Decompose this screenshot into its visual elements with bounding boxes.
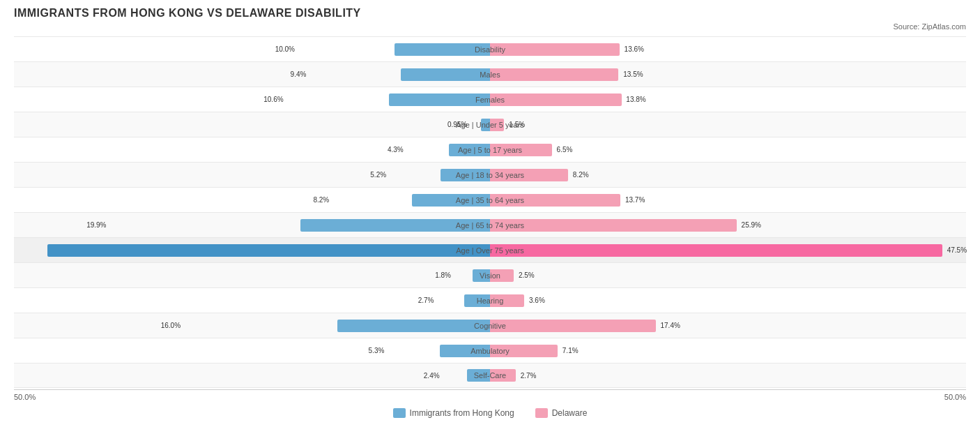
value-right: 13.7% <box>625 196 645 204</box>
chart-container: IMMIGRANTS FROM HONG KONG VS DELAWARE DI… <box>14 7 966 418</box>
value-left: 19.9% <box>86 221 106 229</box>
value-right: 13.8% <box>626 96 645 103</box>
chart-title: IMMIGRANTS FROM HONG KONG VS DELAWARE DI… <box>14 7 966 20</box>
legend: Immigrants from Hong Kong Delaware <box>14 408 966 418</box>
value-left: 2.4% <box>424 372 440 380</box>
legend-item-right: Delaware <box>535 408 588 418</box>
legend-swatch-left <box>393 408 406 418</box>
bar-right <box>490 169 568 181</box>
bar-left <box>401 68 490 81</box>
bar-right <box>490 119 504 131</box>
bar-left <box>47 244 490 257</box>
legend-item-left: Immigrants from Hong Kong <box>393 408 514 418</box>
bar-right <box>490 244 942 257</box>
table-row: 1.8%2.5%Vision <box>14 262 966 287</box>
bar-left <box>389 93 490 106</box>
source-label: Source: ZipAtlas.com <box>14 22 966 31</box>
table-row: 8.2%13.7%Age | 35 to 64 years <box>14 187 966 212</box>
value-right: 3.6% <box>529 297 545 304</box>
bar-left <box>449 144 490 156</box>
bar-left <box>337 320 490 332</box>
bar-right <box>490 194 620 207</box>
value-left: 1.8% <box>435 271 451 279</box>
table-row: 5.3%7.1%Ambulatory <box>14 338 966 363</box>
table-row: 2.7%3.6%Hearing <box>14 287 966 313</box>
value-left: 0.95% <box>447 121 467 128</box>
table-row: 16.0%17.4%Cognitive <box>14 313 966 338</box>
value-left: 8.2% <box>313 196 329 204</box>
legend-label-right: Delaware <box>552 408 588 418</box>
value-right: 17.4% <box>661 322 680 329</box>
bar-right <box>490 345 558 357</box>
bar-left <box>464 294 490 307</box>
bar-left <box>440 345 490 357</box>
bar-right <box>490 219 737 232</box>
value-right: 2.7% <box>521 372 537 380</box>
bar-right <box>490 68 618 81</box>
axis-right: 50.0% <box>944 393 966 401</box>
value-left: 10.6% <box>263 96 283 103</box>
table-row: 10.6%13.8%Females <box>14 87 966 112</box>
bar-left <box>481 119 490 131</box>
table-row: 19.9%25.9%Age | 65 to 74 years <box>14 212 966 237</box>
value-right: 47.5% <box>947 246 967 254</box>
bar-left <box>412 194 490 207</box>
value-left: 4.3% <box>388 146 404 153</box>
bar-left <box>395 43 490 56</box>
value-left: 2.7% <box>418 297 434 304</box>
bar-left <box>300 219 490 232</box>
table-row: 9.4%13.5%Males <box>14 61 966 87</box>
bar-right <box>490 369 516 382</box>
value-right: 2.5% <box>519 271 535 279</box>
bar-left <box>441 169 490 181</box>
table-row: 46.5%47.5%Age | Over 75 years <box>14 237 966 262</box>
value-left: 5.2% <box>370 171 386 179</box>
value-left: 9.4% <box>291 70 307 78</box>
legend-label-left: Immigrants from Hong Kong <box>410 408 514 418</box>
value-right: 7.1% <box>562 347 579 354</box>
value-left: 10.0% <box>275 45 295 53</box>
value-left: 16.0% <box>161 322 181 329</box>
bar-left <box>473 269 490 282</box>
value-left: 5.3% <box>369 347 385 354</box>
table-row: 0.95%1.5%Age | Under 5 years <box>14 112 966 137</box>
bar-right <box>490 294 524 307</box>
axis-row: 50.0% 50.0% <box>14 389 966 404</box>
table-row: 4.3%6.5%Age | 5 to 17 years <box>14 137 966 162</box>
chart-area: 10.0%13.6%Disability9.4%13.5%Males10.6%1… <box>14 36 966 388</box>
bar-right <box>490 320 656 332</box>
bar-left <box>467 369 490 382</box>
value-right: 8.2% <box>573 171 589 179</box>
value-right: 25.9% <box>742 221 761 229</box>
value-right: 13.5% <box>623 70 643 78</box>
axis-left: 50.0% <box>14 393 36 401</box>
table-row: 10.0%13.6%Disability <box>14 36 966 61</box>
bar-right <box>490 93 622 106</box>
bar-right <box>490 43 620 56</box>
bar-right <box>490 144 552 156</box>
table-row: 2.4%2.7%Self-Care <box>14 363 966 388</box>
value-right: 1.5% <box>509 121 525 128</box>
value-right: 6.5% <box>557 146 573 153</box>
value-right: 13.6% <box>625 45 644 53</box>
legend-swatch-right <box>535 408 548 418</box>
table-row: 5.2%8.2%Age | 18 to 34 years <box>14 162 966 187</box>
bar-right <box>490 269 514 282</box>
